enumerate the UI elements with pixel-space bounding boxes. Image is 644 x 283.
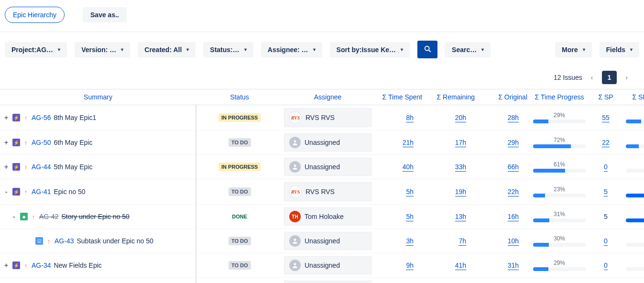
sp-value[interactable]: 5 xyxy=(604,188,608,196)
col-header-sp-progress[interactable]: Σ SP Progress xyxy=(623,89,644,105)
more-button[interactable]: More▾ xyxy=(555,42,591,57)
filter-created[interactable]: Created: All▾ xyxy=(138,42,196,57)
sp-value: 5 xyxy=(604,213,608,220)
value-ts[interactable]: 3h xyxy=(406,237,414,246)
priority-up-icon: ↑ xyxy=(23,262,29,269)
value-ts[interactable]: 5h xyxy=(406,213,414,221)
row-expander[interactable]: - xyxy=(3,188,10,196)
col-header-sp[interactable]: Σ SP xyxy=(589,89,623,105)
col-header-original[interactable]: Σ Original xyxy=(478,89,530,105)
row-expander[interactable]: + xyxy=(3,139,10,146)
sp-progress: 27% xyxy=(626,112,644,123)
value-ts[interactable]: 5h xyxy=(406,188,414,196)
priority-up-icon: ↑ xyxy=(23,188,29,196)
sp-value[interactable]: 55 xyxy=(602,114,610,122)
epic-hierarchy-button[interactable]: Epic Hierarchy xyxy=(5,7,65,23)
status-badge: DONE xyxy=(229,212,250,221)
sp-value[interactable]: 0 xyxy=(604,163,608,172)
filter-status[interactable]: Status:…▾ xyxy=(203,42,253,57)
row-expander[interactable]: + xyxy=(3,163,10,171)
row-expander[interactable]: + xyxy=(3,261,10,269)
filter-status-label: Status:… xyxy=(210,46,239,54)
issue-key-link[interactable]: AG-44 xyxy=(32,163,51,171)
save-as-button[interactable]: Save as.. xyxy=(83,7,127,22)
status-badge: TO DO xyxy=(229,237,251,245)
value-ts[interactable]: 9h xyxy=(406,261,414,270)
table-row: +⚡↑AG-50 6th May EpicTO DOUnassigned21h1… xyxy=(0,131,644,155)
assignee-name: Unassigned xyxy=(305,261,340,269)
svg-point-5 xyxy=(294,263,296,265)
pager-next[interactable]: › xyxy=(622,73,631,82)
assignee-cell[interactable]: Unassigned xyxy=(284,133,371,152)
sp-value[interactable]: 0 xyxy=(604,261,608,270)
chevron-down-icon: ▾ xyxy=(121,47,123,52)
time-progress: 72% xyxy=(533,137,586,148)
svg-point-0 xyxy=(425,46,429,51)
issue-key-link[interactable]: AG-56 xyxy=(32,114,51,121)
col-header-time-spent[interactable]: Σ Time Spent xyxy=(372,89,425,105)
avatar: RVS xyxy=(289,111,302,124)
pager-current[interactable]: 1 xyxy=(602,71,617,84)
issue-key-link[interactable]: AG-43 xyxy=(55,237,74,245)
issue-key-link[interactable]: AG-34 xyxy=(32,261,51,269)
value-orig[interactable]: 66h xyxy=(508,163,519,172)
value-orig[interactable]: 29h xyxy=(508,139,519,147)
sp-progress: 0% xyxy=(626,260,644,271)
chevron-left-icon: ‹ xyxy=(591,74,593,81)
assignee-cell[interactable]: Unassigned xyxy=(284,232,371,250)
value-orig[interactable]: 16h xyxy=(508,213,519,221)
issue-key-link[interactable]: AG-50 xyxy=(32,139,51,146)
value-ts[interactable]: 8h xyxy=(406,114,414,122)
assignee-cell[interactable]: RVSRVS RVS xyxy=(284,108,371,127)
table-row: ⚡↑AG-25 Team 1TO DOTHTom Holoake3h0h3h10… xyxy=(0,278,644,283)
time-progress-pct: 31% xyxy=(554,211,565,218)
fields-button[interactable]: Fields▾ xyxy=(600,42,639,57)
assignee-cell[interactable]: RVSRVS RVS xyxy=(284,182,371,201)
value-orig[interactable]: 10h xyxy=(508,237,519,246)
value-rem[interactable]: 20h xyxy=(455,114,466,122)
col-header-status[interactable]: Status xyxy=(196,89,283,105)
value-orig[interactable]: 31h xyxy=(508,261,519,270)
col-header-summary[interactable]: Summary xyxy=(0,89,196,105)
filter-sort[interactable]: Sort by:Issue Ke…▾ xyxy=(330,42,410,57)
filter-assignee[interactable]: Assignee: …▾ xyxy=(261,42,322,57)
value-rem[interactable]: 33h xyxy=(455,163,466,172)
row-expander[interactable]: - xyxy=(11,213,17,220)
value-rem[interactable]: 13h xyxy=(455,213,466,221)
value-orig[interactable]: 22h xyxy=(508,188,519,196)
sp-progress: 23% xyxy=(626,137,644,148)
sp-progress: 100% xyxy=(626,211,644,222)
issue-key-link[interactable]: AG-41 xyxy=(32,188,51,196)
value-rem[interactable]: 7h xyxy=(458,237,466,246)
value-orig[interactable]: 28h xyxy=(508,114,519,122)
col-header-remaining[interactable]: Σ Remaining xyxy=(425,89,478,105)
filter-project[interactable]: Project:AG…▾ xyxy=(5,42,67,57)
filter-search-label: Searc… xyxy=(452,46,477,54)
issue-type-story-icon: ■ xyxy=(20,213,28,220)
value-rem[interactable]: 19h xyxy=(455,188,466,196)
col-header-assignee[interactable]: Assignee xyxy=(283,89,372,105)
assignee-cell[interactable]: Unassigned xyxy=(284,158,371,176)
pager-prev[interactable]: ‹ xyxy=(588,73,596,82)
col-header-time-progress[interactable]: Σ Time Progress xyxy=(530,89,589,105)
value-ts[interactable]: 21h xyxy=(403,139,414,147)
filter-search-dropdown[interactable]: Searc…▾ xyxy=(445,42,491,57)
priority-up-icon: ↑ xyxy=(23,163,29,171)
value-ts[interactable]: 40h xyxy=(403,163,414,172)
issue-type-sub-icon: ☑ xyxy=(35,237,43,245)
assignee-cell[interactable]: THTom Holoake xyxy=(284,207,371,226)
search-button[interactable] xyxy=(417,41,437,58)
sp-value[interactable]: 0 xyxy=(604,237,608,246)
sp-value[interactable]: 22 xyxy=(602,139,610,147)
value-rem[interactable]: 41h xyxy=(455,261,466,270)
filter-created-label: Created: All xyxy=(144,46,182,54)
value-rem[interactable]: 17h xyxy=(455,139,466,147)
row-expander[interactable]: + xyxy=(3,114,10,121)
filter-version[interactable]: Version: …▾ xyxy=(75,42,130,57)
issue-key-link[interactable]: AG-42 xyxy=(39,213,58,220)
assignee-cell[interactable]: THTom Holoake xyxy=(284,281,371,283)
assignee-cell[interactable]: Unassigned xyxy=(284,256,371,274)
issue-type-epic-icon: ⚡ xyxy=(12,261,20,269)
priority-up-icon: ↑ xyxy=(23,139,29,146)
filter-project-label: Project:AG… xyxy=(11,46,53,54)
